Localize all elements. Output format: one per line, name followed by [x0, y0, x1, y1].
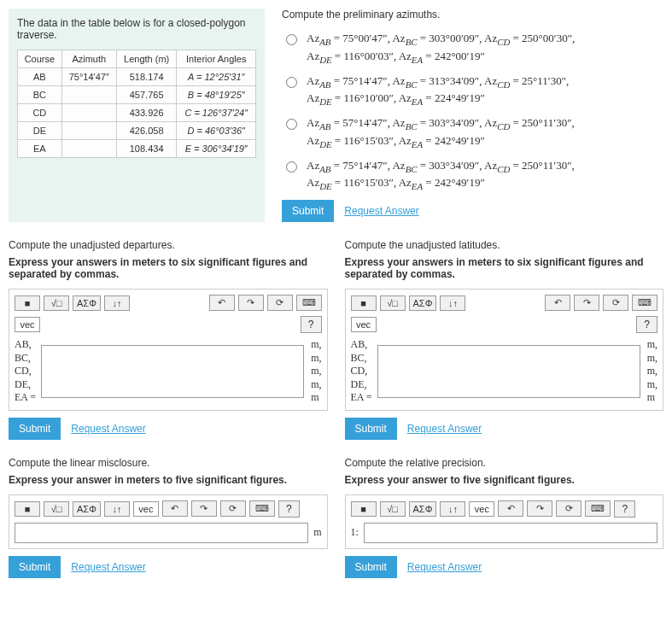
departures-title: Compute the unadjusted departures.: [9, 239, 328, 251]
azimuth-option-4-radio[interactable]: [286, 161, 297, 173]
misclosure-submit-button[interactable]: Submit: [9, 556, 61, 578]
departures-submit-button[interactable]: Submit: [9, 418, 61, 440]
template-icon[interactable]: ■: [351, 295, 377, 311]
latitudes-labels: AB, BC, CD, DE, EA =: [351, 338, 374, 405]
latitudes-submit-button[interactable]: Submit: [345, 418, 397, 440]
misclosure-instruct: Express your answer in meters to five si…: [9, 474, 328, 486]
vec-button[interactable]: vec: [133, 501, 159, 517]
help-button[interactable]: ?: [614, 500, 635, 518]
data-panel: The data in the table below is for a clo…: [9, 9, 265, 222]
th-length: Length (m): [116, 50, 177, 68]
azimuth-option-3-text: AzAB = 57°14′47″, AzBC = 303°34′09″, AzC…: [307, 115, 575, 151]
reset-icon[interactable]: ⟳: [556, 500, 581, 517]
precision-prefix: 1:: [351, 526, 359, 539]
azimuth-submit-button[interactable]: Submit: [282, 200, 334, 222]
table-row: CD433.926C = 126°37′24″: [18, 104, 256, 122]
sqrt-icon[interactable]: √□: [380, 501, 406, 517]
greek-icon[interactable]: ΑΣΦ: [73, 501, 101, 517]
latitudes-title: Compute the unadjusted latitudes.: [345, 239, 664, 251]
precision-input[interactable]: [364, 523, 657, 543]
table-row: BC457.765B = 48°19′25″: [18, 86, 256, 104]
misclosure-input[interactable]: [15, 523, 308, 543]
azimuth-option-3-radio[interactable]: [286, 119, 297, 130]
undo-icon[interactable]: ↶: [545, 295, 570, 311]
undo-icon[interactable]: ↶: [498, 500, 523, 517]
latitudes-input[interactable]: [377, 345, 640, 398]
keyboard-icon[interactable]: ⌨: [585, 500, 611, 517]
traverse-table: Course Azimuth Length (m) Interior Angle…: [17, 50, 256, 158]
azimuth-option-2-radio[interactable]: [286, 77, 297, 88]
misclosure-section: Compute the linear misclosure. Express y…: [9, 457, 328, 578]
th-angles: Interior Angles: [177, 50, 256, 68]
help-button[interactable]: ?: [636, 316, 657, 333]
departures-input[interactable]: [41, 345, 304, 398]
azimuth-option-1-text: AzAB = 75°00′47″, AzBC = 303°00′09″, AzC…: [307, 31, 575, 67]
table-row: EA108.434E = 306°34′19″: [18, 140, 256, 158]
keyboard-icon[interactable]: ⌨: [249, 500, 275, 517]
updown-icon[interactable]: ↓↑: [440, 501, 465, 517]
updown-icon[interactable]: ↓↑: [104, 295, 130, 311]
azimuth-request-answer-link[interactable]: Request Answer: [344, 205, 418, 217]
table-row: DE426.058D = 46°03′36″: [18, 122, 256, 140]
sqrt-icon[interactable]: √□: [44, 295, 69, 311]
redo-icon[interactable]: ↷: [191, 500, 217, 517]
redo-icon[interactable]: ↷: [527, 500, 552, 517]
latitudes-units: m, m, m, m, m: [644, 338, 657, 405]
greek-icon[interactable]: ΑΣΦ: [409, 295, 437, 311]
keyboard-icon[interactable]: ⌨: [296, 295, 322, 311]
sqrt-icon[interactable]: √□: [44, 501, 69, 517]
updown-icon[interactable]: ↓↑: [104, 501, 130, 517]
template-icon[interactable]: ■: [15, 501, 40, 517]
redo-icon[interactable]: ↷: [238, 295, 264, 311]
latitudes-request-answer-link[interactable]: Request Answer: [407, 423, 482, 435]
reset-icon[interactable]: ⟳: [220, 500, 246, 517]
departures-labels: AB, BC, CD, DE, EA =: [15, 338, 38, 405]
precision-submit-button[interactable]: Submit: [345, 556, 397, 578]
latitudes-instruct: Express your answers in meters to six si…: [345, 256, 664, 280]
greek-icon[interactable]: ΑΣΦ: [73, 295, 101, 311]
th-azimuth: Azimuth: [61, 50, 116, 68]
reset-icon[interactable]: ⟳: [603, 295, 628, 311]
template-icon[interactable]: ■: [351, 501, 377, 517]
sqrt-icon[interactable]: √□: [380, 295, 406, 311]
precision-section: Compute the relative precision. Express …: [345, 457, 664, 578]
help-button[interactable]: ?: [301, 316, 322, 333]
latitudes-section: Compute the unadjusted latitudes. Expres…: [345, 239, 664, 440]
azimuth-option-2-text: AzAB = 75°14′47″, AzBC = 313°34′09″, AzC…: [307, 73, 569, 109]
data-panel-intro: The data in the table below is for a clo…: [17, 17, 256, 41]
precision-request-answer-link[interactable]: Request Answer: [407, 561, 482, 573]
vec-button[interactable]: vec: [469, 501, 494, 517]
table-row: AB75°14′47″518.174A = 12°25′31″: [18, 68, 256, 86]
updown-icon[interactable]: ↓↑: [440, 295, 465, 311]
misclosure-request-answer-link[interactable]: Request Answer: [71, 561, 145, 573]
departures-section: Compute the unadjusted departures. Expre…: [9, 239, 328, 440]
vec-button[interactable]: vec: [15, 317, 40, 332]
th-course: Course: [18, 50, 62, 68]
undo-icon[interactable]: ↶: [209, 295, 235, 311]
help-button[interactable]: ?: [278, 500, 300, 518]
keyboard-icon[interactable]: ⌨: [632, 295, 657, 311]
azimuth-option-1-radio[interactable]: [286, 34, 297, 45]
reset-icon[interactable]: ⟳: [267, 295, 293, 311]
precision-title: Compute the relative precision.: [345, 457, 664, 469]
azimuth-question: Compute the preliminary azimuths. AzAB =…: [282, 9, 663, 222]
undo-icon[interactable]: ↶: [162, 500, 188, 517]
misclosure-unit: m: [313, 526, 321, 539]
azimuth-option-4-text: AzAB = 75°14′47″, AzBC = 303°34′09″, AzC…: [307, 158, 575, 194]
redo-icon[interactable]: ↷: [574, 295, 599, 311]
departures-instruct: Express your answers in meters to six si…: [9, 256, 328, 280]
precision-instruct: Express your answer to five significant …: [345, 474, 664, 486]
misclosure-title: Compute the linear misclosure.: [9, 457, 328, 469]
departures-request-answer-link[interactable]: Request Answer: [71, 423, 145, 435]
template-icon[interactable]: ■: [15, 295, 40, 311]
azimuth-prompt: Compute the preliminary azimuths.: [282, 9, 663, 20]
departures-units: m, m, m, m, m: [307, 338, 321, 405]
vec-button[interactable]: vec: [351, 317, 377, 332]
greek-icon[interactable]: ΑΣΦ: [409, 501, 437, 517]
